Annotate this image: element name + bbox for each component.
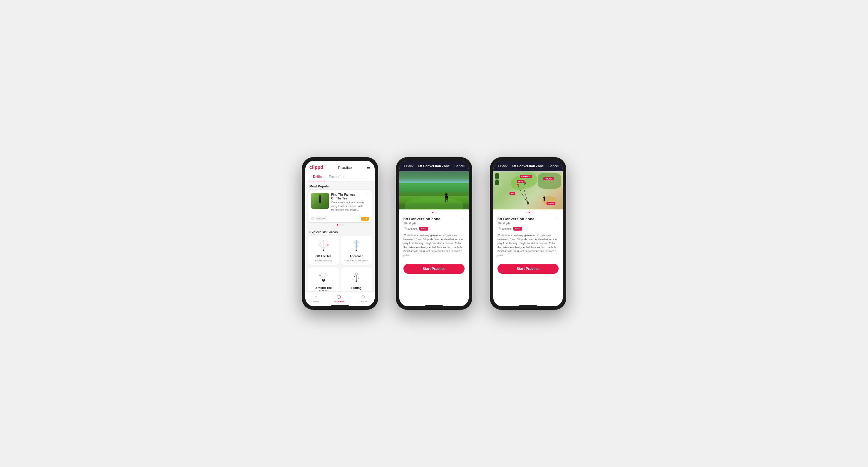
approach-name: Approach — [350, 255, 364, 258]
nav-activities[interactable]: ⬡ Activities — [334, 294, 344, 303]
golf-player-icon — [317, 195, 323, 207]
svg-line-23 — [323, 275, 327, 280]
miss-badge: Miss — [517, 180, 525, 183]
featured-thumb — [311, 193, 329, 209]
home-icon: ⌂ — [314, 294, 317, 300]
nav-capture[interactable]: ⊕ Capture — [359, 294, 367, 303]
dot-3 — [342, 224, 343, 226]
ott-desc: Power accuracy — [315, 259, 332, 262]
dot-2 — [339, 224, 341, 226]
dot-1 — [337, 224, 338, 226]
putting-diagram — [348, 271, 365, 284]
skill-card-putting[interactable]: Putting Make and lag practice — [341, 267, 372, 291]
svg-point-7 — [323, 240, 324, 241]
skill-card-atg[interactable]: Around The Green Hone your short game — [308, 267, 339, 291]
svg-line-4 — [323, 245, 328, 250]
clippd-logo: clippd — [309, 165, 323, 170]
featured-drill-desc: Create an imaginary fairway using trees … — [331, 201, 369, 212]
svg-line-3 — [323, 242, 327, 250]
practice-title: Practice — [338, 165, 352, 170]
shots-label: 20 shots — [408, 227, 417, 230]
home-indicator-bar-2 — [425, 305, 443, 306]
arg-badge-2: ARG — [419, 227, 428, 231]
skill-card-approach[interactable]: Approach Dial-in to hit the green — [341, 236, 372, 265]
drill-shots-3: 🕐 20 shots — [497, 227, 512, 230]
svg-point-18 — [358, 241, 359, 243]
back-button-2[interactable]: < Back — [403, 164, 413, 168]
sand-badge: SAND — [547, 202, 555, 205]
tab-drills[interactable]: Drills — [309, 173, 325, 181]
featured-drill-title: Find The Fairway — [331, 193, 355, 197]
drill-range-3: 10-50 yds — [497, 222, 534, 225]
explore-label: Explore skill areas — [305, 227, 375, 236]
featured-info: Find The Fairway Off The Tee ♡ Create an… — [331, 193, 369, 212]
golf-course-photo — [399, 171, 469, 209]
drill-clock-icon-3: 🕐 — [497, 227, 501, 230]
svg-point-29 — [355, 273, 358, 275]
trees-bg — [399, 171, 469, 185]
svg-line-21 — [321, 273, 323, 280]
start-practice-button-2[interactable]: Start Practice — [403, 264, 465, 274]
svg-point-24 — [319, 275, 320, 276]
svg-point-17 — [354, 241, 355, 243]
svg-point-25 — [321, 273, 322, 274]
drill-description-2: 20 shots are randomly generated at dista… — [403, 234, 465, 257]
detail-header-3: < Back 6ft Conversion Zone Cancel — [493, 161, 563, 171]
home-indicator-bar-3 — [519, 305, 537, 306]
drill-description-3: 20 shots are randomly generated at dista… — [497, 234, 559, 257]
cancel-button-3[interactable]: Cancel — [549, 164, 559, 168]
home-indicator-bar — [331, 305, 349, 306]
phone1-header: clippd Practice ☰ Drills Favourites — [305, 161, 375, 181]
phone-1: clippd Practice ☰ Drills Favourites Most… — [302, 157, 378, 310]
phone1-content: Most Popular Find The Fairway — [305, 181, 375, 291]
start-practice-button-3[interactable]: Start Practice — [497, 264, 559, 274]
activities-icon: ⬡ — [337, 294, 341, 300]
svg-point-27 — [327, 275, 328, 276]
skill-card-ott[interactable]: Off The Tee Power accuracy — [308, 236, 339, 265]
hamburger-icon[interactable]: ☰ — [367, 165, 371, 170]
detail-content-3: Miss Hit ROUGH FAIRWAY SAND — [493, 171, 563, 304]
drill-clock-icon: 🕐 — [403, 227, 407, 230]
phone-2: < Back 6ft Conversion Zone Cancel — [396, 157, 472, 310]
featured-drill-card[interactable]: Find The Fairway Off The Tee ♡ Create an… — [308, 190, 372, 222]
golf-course-map: Miss Hit ROUGH FAIRWAY SAND — [493, 171, 563, 209]
featured-drill-subtitle: Off The Tee — [331, 197, 355, 200]
dot-inactive — [435, 212, 436, 213]
approach-icon-area — [348, 238, 365, 253]
phones-container: clippd Practice ☰ Drills Favourites Most… — [302, 157, 566, 310]
svg-line-20 — [320, 275, 323, 280]
heart-icon[interactable]: ♡ — [366, 193, 369, 200]
clock-icon: 🕐 — [311, 217, 314, 220]
phone-3: < Back 6ft Conversion Zone Cancel — [490, 157, 566, 310]
svg-point-31 — [354, 276, 355, 277]
svg-line-5 — [319, 245, 323, 250]
bottom-nav: ⌂ Home ⬡ Activities ⊕ Capture — [305, 291, 375, 304]
rough-badge: ROUGH — [543, 177, 554, 180]
detail-dots-2 — [399, 209, 469, 213]
fairway-badge: FAIRWAY — [520, 175, 532, 178]
svg-line-22 — [323, 273, 326, 280]
svg-line-1 — [320, 242, 323, 250]
atg-diagram — [316, 271, 332, 284]
drill-heart-2[interactable]: ♡ — [461, 217, 465, 221]
shots-count: 10 shots — [316, 217, 326, 220]
cancel-button-2[interactable]: Cancel — [455, 164, 465, 168]
drill-heart-3[interactable]: ♡ — [555, 217, 559, 221]
svg-point-8 — [327, 241, 328, 243]
carousel-dots — [305, 222, 375, 227]
ott-badge: OTT — [361, 217, 369, 221]
svg-point-10 — [318, 244, 320, 245]
back-button-3[interactable]: < Back — [497, 164, 507, 168]
ott-icon-area — [315, 238, 332, 253]
svg-point-35 — [517, 184, 519, 185]
ott-name: Off The Tee — [316, 255, 332, 258]
drill-name-3: 6ft Conversion Zone — [497, 217, 534, 221]
tab-favourites[interactable]: Favourites — [325, 173, 349, 181]
detail-content-2: 6ft Conversion Zone 10-50 yds ♡ 🕐 20 sho… — [399, 171, 469, 304]
nav-home[interactable]: ⌂ Home — [313, 294, 319, 303]
dot-2-p3 — [529, 212, 530, 213]
drill-meta-2: 🕐 20 shots ARG — [403, 227, 465, 231]
arg-badge-3: ARG — [513, 227, 522, 231]
putting-name: Putting — [351, 287, 362, 290]
svg-point-33 — [352, 279, 353, 280]
